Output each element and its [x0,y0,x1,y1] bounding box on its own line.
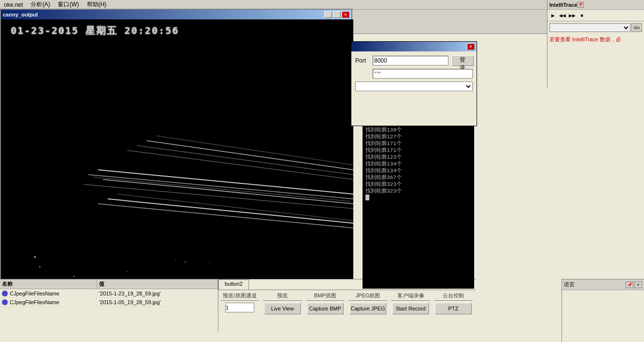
it-dropdown[interactable] [549,23,630,32]
lang-pin-btn[interactable]: 📌 [626,281,633,288]
canny-minimize-btn[interactable]: — [324,11,332,18]
svg-point-17 [209,262,210,263]
dialog-combo[interactable] [355,81,473,91]
lang-label: 语言 [564,281,575,288]
menu-item-analyze[interactable]: 分析(A) [29,0,52,9]
combo-row [355,81,473,91]
canny-edges-svg [1,19,353,305]
section-record: 客户端录像 Start Record [391,292,430,314]
ptz-title: 云台控制 [434,292,473,301]
canny-canvas: 01-23-2015 星期五 20:20:56 [1,19,353,305]
prop-col-name-header: 名称 [0,279,97,289]
svg-line-3 [156,136,353,165]
intellitrace-panel: IntelliTrace 📌 ▶ ◀◀ ▶▶ ■ Go 若要查看 Intelli… [547,0,644,87]
svg-line-9 [108,199,353,223]
intellitrace-header: IntelliTrace 📌 [547,0,644,10]
console-line-7: 找到轮廓171个 [365,140,471,147]
canny-titlebar: canny_output — □ × [1,10,351,19]
svg-point-18 [175,259,176,260]
intellitrace-pin-btn[interactable]: 📌 [577,2,584,8]
dialog-window: × Port 登录 [351,41,477,126]
svg-point-16 [185,261,186,263]
start-record-btn[interactable]: Start Record [392,303,429,314]
intellitrace-label: IntelliTrace [549,2,577,8]
console-line-9: 找到轮廓123个 [365,154,471,161]
dialog-body: Port 登录 [351,51,477,98]
console-line-6: 找到轮廓127个 [365,133,471,140]
capture-jpeg-btn[interactable]: Capture JPEG [349,303,386,314]
prop-row-1[interactable]: CJpegFileFilesName '2015-1-05_19_28_59.j… [0,298,218,307]
canny-title: canny_output [3,12,38,17]
console-line-12: 找到轮廓367个 [365,174,471,181]
record-title: 客户端录像 [391,292,430,301]
prop-icon-0 [2,291,8,296]
it-fwd-btn[interactable]: ▶▶ [568,12,577,19]
it-go-btn[interactable]: Go [631,23,642,32]
password-input[interactable] [373,69,473,79]
port-label: Port [355,57,370,64]
property-header: 名称 值 [0,279,218,289]
root-container: oke.net 分析(A) 窗口(W) 帮助(H) 💾 ↩ ↪ ▶ ⏸ ■ ⇩ … [0,0,644,342]
prop-name-1: CJpegFileFilesName [0,298,97,306]
prop-val-1: '2015-1-05_19_28_59.jpg' [97,298,218,306]
channel-input[interactable] [225,303,254,312]
menu-item-window[interactable]: 窗口(W) [56,0,81,9]
console-line-14: 找到轮廓323个 [365,188,471,195]
port-row: Port 登录 [355,55,473,66]
svg-point-13 [39,266,41,268]
tab-button2[interactable]: button2 [218,279,249,290]
channel-title: 预览/抓图通道 [220,292,259,301]
live-view-btn[interactable]: Live View [264,303,301,314]
console-line-11: 找到轮廓134个 [365,167,471,174]
svg-point-14 [73,276,75,277]
console-line-13: 找到轮廓323个 [365,181,471,188]
it-stop-btn[interactable]: ■ [578,12,586,19]
svg-line-6 [93,177,350,201]
dialog-titlebar: × [351,42,477,51]
section-channel: 预览/抓图通道 [220,292,259,314]
it-play-btn[interactable]: ▶ [548,12,557,19]
prop-name-0: CJpegFileFilesName [0,289,97,297]
svg-point-15 [127,271,128,272]
preview-title: 预览 [263,292,302,301]
menu-item-oke[interactable]: oke.net [2,1,25,8]
lang-body [562,290,644,294]
section-jpeg: JPEG抓图 Capture JPEG [348,292,387,314]
ptz-btn[interactable]: PTZ [435,303,472,314]
section-preview: 预览 Live View [263,292,302,314]
lang-close-btn[interactable]: × [634,281,642,288]
svg-line-4 [98,170,353,194]
section-bmp: BMP抓图 Capture BMP [306,292,345,314]
svg-line-7 [103,179,353,204]
console-cursor [365,195,369,200]
lang-header: 语言 📌 × [562,279,644,290]
bmp-title: BMP抓图 [306,292,345,301]
section-ptz: 云台控制 PTZ [434,292,473,314]
property-panel: 名称 值 CJpegFileFilesName '2015-1-23_19_28… [0,279,218,331]
console-cursor-line [365,195,471,202]
canny-close-btn[interactable]: × [342,11,349,18]
svg-point-12 [34,256,36,258]
it-dropdown-row: Go [547,21,644,34]
prop-row-0[interactable]: CJpegFileFilesName '2015-1-23_19_28_59.j… [0,289,218,298]
capture-bmp-btn[interactable]: Capture BMP [307,303,344,314]
canny-maximize-btn[interactable]: □ [333,11,341,18]
port-input[interactable] [373,56,448,65]
password-row [355,69,473,79]
login-btn[interactable]: 登录 [451,55,474,66]
dialog-close-btn[interactable]: × [467,43,475,50]
console-line-5: 找到轮廓138个 [365,127,471,133]
canny-window: canny_output — □ × 01-23-2015 星期五 20:20:… [0,9,352,304]
svg-line-0 [147,141,353,170]
intellitrace-toolbar: ▶ ◀◀ ▶▶ ■ [547,10,644,21]
svg-line-10 [98,204,353,228]
prop-val-0: '2015-1-23_19_28_59.jpg' [97,289,218,297]
intellitrace-notice: 若要查看 IntelliTrace 数据，必 [547,34,644,45]
menu-item-help[interactable]: 帮助(H) [85,0,109,9]
svg-line-8 [83,184,353,209]
it-back-btn[interactable]: ◀◀ [558,12,567,19]
lang-panel: 语言 📌 × [561,279,644,342]
control-sections: 预览/抓图通道 预览 Live View BMP抓图 Capture BMP [218,290,476,316]
canny-controls: — □ × [324,11,349,18]
console-line-8: 找到轮廓171个 [365,147,471,154]
